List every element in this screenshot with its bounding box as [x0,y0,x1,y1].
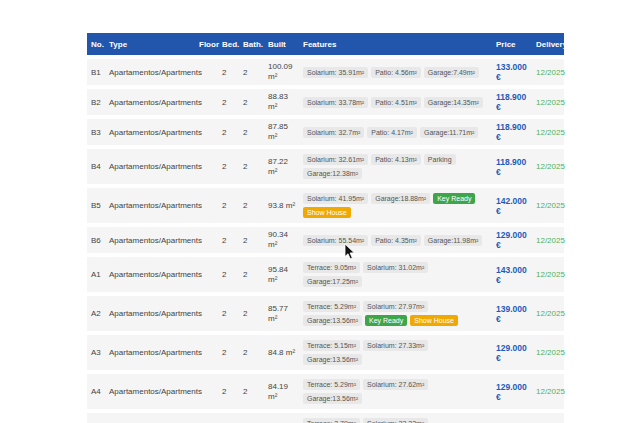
feature-badge: Terrace: 5.29m² [303,379,360,390]
feature-badge: Patio: 4.13m² [371,154,421,165]
unit-bedrooms: 2 [218,128,239,137]
unit-bathrooms: 2 [239,98,264,107]
unit-number: B1 [87,68,105,77]
show-house-badge: Show House [410,315,458,326]
unit-number: B2 [87,98,105,107]
unit-built-area: 88.83 m² [264,92,299,112]
column-header-no: No. [87,40,105,49]
currency-symbol: € [496,72,532,82]
column-header-bed: Bed. [218,40,239,49]
table-row[interactable]: B6 Apartamentos/Apartments 2 2 90.34 m² … [87,227,564,253]
table-row[interactable]: A3 Apartamentos/Apartments 2 2 84.8 m² T… [87,335,564,370]
unit-number: B6 [87,236,105,245]
unit-type: Apartamentos/Apartments [105,270,195,279]
feature-badge: Patio: 4.17m² [367,127,417,138]
unit-bedrooms: 2 [218,348,239,357]
unit-bathrooms: 2 [239,270,264,279]
feature-badge: Garage:14.35m² [424,97,483,108]
table-row[interactable]: A2 Apartamentos/Apartments 2 2 85.77 m² … [87,296,564,331]
feature-badge: Solarium: 27.62m² [363,379,428,390]
page: No. Type Floor Bed. Bath. Built Features… [0,0,630,423]
unit-built-area: 84.19 m² [264,382,299,402]
unit-built-area: 100.09 m² [264,62,299,82]
feature-badge: Solarium: 35.91m² [303,67,368,78]
unit-built-area: 93.8 m² [264,201,299,211]
table-row[interactable]: B4 Apartamentos/Apartments 2 2 87.22 m² … [87,149,564,184]
price-amount: 129.000 [496,343,532,353]
unit-bedrooms: 2 [218,236,239,245]
unit-price: 129.000 € [492,230,532,250]
feature-badge: Patio: 4.35m² [371,235,421,246]
unit-delivery-date: 12/2025 [532,387,564,396]
unit-bedrooms: 2 [218,98,239,107]
unit-features: Terrace: 5.15m²Solarium: 27.33m²Garage:1… [299,338,492,367]
unit-features: Terrace: 5.29m²Solarium: 27.97m²Garage:1… [299,299,492,328]
feature-badge: Garage:17.25m² [303,276,362,287]
feature-badge: Terrace: 9.05m² [303,262,360,273]
unit-type: Apartamentos/Apartments [105,98,195,107]
price-amount: 118.900 [496,92,532,102]
unit-type: Apartamentos/Apartments [105,236,195,245]
table-row[interactable]: A4 Apartamentos/Apartments 2 2 84.19 m² … [87,374,564,409]
table-row[interactable]: B1 Apartamentos/Apartments 2 2 100.09 m²… [87,59,564,85]
unit-features: Solarium: 33.78m²Patio: 4.51m²Garage:14.… [299,95,492,110]
unit-price: 118.900 € [492,157,532,177]
table-row[interactable]: A5 Apartamentos/Apartments 2 2 91.25 m² … [87,413,564,423]
unit-delivery-date: 12/2025 [532,68,564,77]
table-row[interactable]: B5 Apartamentos/Apartments 2 2 93.8 m² S… [87,188,564,223]
unit-bedrooms: 2 [218,68,239,77]
feature-badge: Solarium: 27.33m² [363,340,428,351]
unit-bathrooms: 2 [239,201,264,210]
unit-bedrooms: 2 [218,387,239,396]
unit-price: 139.000 € [492,304,532,324]
feature-badge: Solarium: 23.32m² [363,418,428,423]
price-amount: 139.000 [496,304,532,314]
table-row[interactable]: B2 Apartamentos/Apartments 2 2 88.83 m² … [87,89,564,115]
feature-badge: Solarium: 32.7m² [303,127,364,138]
feature-badge: Patio: 4.56m² [371,67,421,78]
unit-bathrooms: 2 [239,387,264,396]
unit-bedrooms: 2 [218,309,239,318]
unit-built-area: 95.84 m² [264,265,299,285]
feature-badge: Garage:13.56m² [303,393,362,404]
unit-features: Solarium: 32.7m²Patio: 4.17m²Garage:11.7… [299,125,492,140]
currency-symbol: € [496,353,532,363]
unit-number: B4 [87,162,105,171]
unit-number: A3 [87,348,105,357]
feature-badge: Solarium: 32.61m² [303,154,368,165]
unit-number: A4 [87,387,105,396]
feature-badge: Garage:11.71m² [420,127,478,138]
unit-bathrooms: 2 [239,68,264,77]
unit-bathrooms: 2 [239,348,264,357]
feature-badge: Parking [424,154,456,165]
unit-price: 143.000 € [492,265,532,285]
feature-badge: Garage:7.49m² [424,67,479,78]
price-amount: 129.000 [496,382,532,392]
feature-badge: Solarium: 41.95m² [303,193,368,204]
unit-delivery-date: 12/2025 [532,128,564,137]
unit-features: Solarium: 55.54m²Patio: 4.35m²Garage:11.… [299,233,492,248]
key-ready-badge: Key Ready [365,315,407,326]
price-amount: 129.000 [496,230,532,240]
feature-badge: Solarium: 27.97m² [363,301,428,312]
unit-built-area: 87.22 m² [264,157,299,177]
unit-delivery-date: 12/2025 [532,348,564,357]
column-header-delivery: Delivery [532,40,564,49]
key-ready-badge: Key Ready [433,193,475,204]
unit-features: Solarium: 41.95m²Garage:18.88m²Key Ready… [299,191,492,220]
currency-symbol: € [496,167,532,177]
currency-symbol: € [496,275,532,285]
unit-type: Apartamentos/Apartments [105,348,195,357]
feature-badge: Solarium: 31.02m² [363,262,428,273]
currency-symbol: € [496,392,532,402]
unit-number: A2 [87,309,105,318]
table-row[interactable]: A1 Apartamentos/Apartments 2 2 95.84 m² … [87,257,564,292]
unit-number: A1 [87,270,105,279]
price-amount: 143.000 [496,265,532,275]
column-header-price: Price [492,40,532,49]
unit-type: Apartamentos/Apartments [105,68,195,77]
unit-number: B5 [87,201,105,210]
unit-bedrooms: 2 [218,162,239,171]
table-row[interactable]: B3 Apartamentos/Apartments 2 2 87.85 m² … [87,119,564,145]
feature-badge: Terrace: 5.15m² [303,340,360,351]
